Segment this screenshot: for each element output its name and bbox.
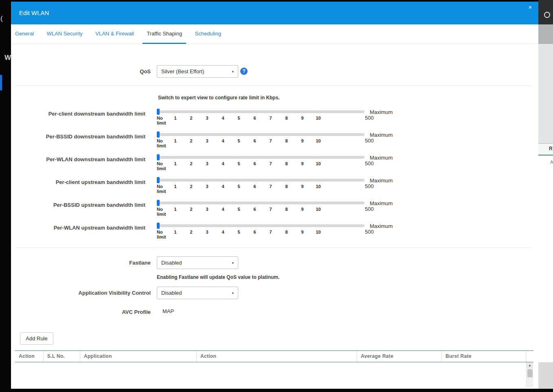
slider-tick-label: 5 <box>231 230 247 234</box>
slider-track[interactable] <box>157 156 364 159</box>
bandwidth-slider-row: Per-BSSID upstream bandwidth limit No li… <box>11 198 538 221</box>
slider-track[interactable] <box>157 110 364 113</box>
slider-max-label-line2: 500 <box>365 229 393 235</box>
qos-label: QoS <box>11 65 151 78</box>
scroll-up-icon[interactable]: ▲ <box>527 362 533 368</box>
slider-max-label: Maximum 500 <box>365 155 393 166</box>
slider-min-label: No limit <box>157 230 166 239</box>
fastlane-note: Enabling Fastlane will update QoS value … <box>157 274 279 280</box>
slider-track[interactable] <box>157 224 364 227</box>
slider-max-label-line1: Maximum <box>365 109 393 115</box>
slider-tick-label: 2 <box>183 184 199 189</box>
slider-tick-label: 3 <box>199 184 215 189</box>
slider-min-label-line1: No <box>157 207 166 212</box>
slider-tick-row: 12345678910 <box>167 161 330 168</box>
slider-tick-label: 7 <box>263 207 279 212</box>
slider-max-label-line1: Maximum <box>365 178 393 184</box>
slider-tick-label: 4 <box>215 207 231 212</box>
bandwidth-slider-row: Per-BSSID downstream bandwidth limit No … <box>11 130 538 153</box>
chevron-down-icon: ▾ <box>232 291 234 295</box>
background-table-body-strip: A <box>538 155 553 362</box>
slider-handle[interactable] <box>157 200 160 206</box>
slider-tick-label: 2 <box>183 138 199 143</box>
bandwidth-slider-row: Per-client downstream bandwidth limit No… <box>11 107 538 130</box>
tab-wlan-security[interactable]: WLAN Security <box>43 24 87 44</box>
slider-tick-label: 10 <box>310 207 326 212</box>
slider-handle[interactable] <box>157 223 160 229</box>
column-header-sl-no: S.L No. <box>44 351 80 362</box>
slider-track[interactable] <box>157 133 364 136</box>
help-icon[interactable]: ? <box>240 68 248 75</box>
avc-control-select[interactable]: Disabled ▾ <box>157 287 238 299</box>
slider-tick-label: 6 <box>247 116 263 120</box>
slider-tick-label: 1 <box>167 207 183 212</box>
background-column-partial: R <box>549 146 553 151</box>
slider-tick-label: 5 <box>231 138 247 143</box>
slider-tick-label: 4 <box>215 116 231 120</box>
slider-tick-label: 5 <box>231 207 247 212</box>
avc-selected-value: Disabled <box>161 290 182 296</box>
table-scrollbar[interactable]: ▲ <box>526 362 533 387</box>
power-icon <box>544 12 550 18</box>
tab-scheduling[interactable]: Scheduling <box>191 24 225 44</box>
slider-handle[interactable] <box>157 177 160 183</box>
slider-max-label: Maximum 500 <box>365 178 393 189</box>
slider-tick-label: 3 <box>199 207 215 212</box>
tab-general[interactable]: General <box>11 24 38 44</box>
slider-tick-label: 5 <box>231 184 247 189</box>
background-panel-strip <box>538 44 553 143</box>
slider-max-label-line1: Maximum <box>365 201 393 206</box>
slider-tick-label: 3 <box>199 138 215 143</box>
slider-max-label-line2: 500 <box>365 115 393 121</box>
slider-min-label: No limit <box>157 116 166 125</box>
slider-tick-label: 2 <box>183 161 199 166</box>
slider-tick-label: 10 <box>310 138 326 143</box>
slider-tick-label: 10 <box>310 184 326 189</box>
slider-tick-label: 3 <box>199 230 215 234</box>
slider-tick-label: 10 <box>310 230 326 234</box>
slider-handle[interactable] <box>157 154 160 160</box>
background-toolbar-strip <box>538 24 553 44</box>
slider-tick-label: 7 <box>263 116 279 120</box>
slider-min-label-line1: No <box>157 116 166 120</box>
slider-tick-label: 9 <box>294 161 310 166</box>
slider-tick-label: 5 <box>231 116 247 120</box>
qos-select[interactable]: Silver (Best Effort) ▾ <box>157 65 238 78</box>
add-rule-button[interactable]: Add Rule <box>20 332 53 345</box>
slider-tick-label: 3 <box>199 161 215 166</box>
tab-vlan-firewall[interactable]: VLAN & Firewall <box>91 24 138 44</box>
slider-label: Per-BSSID upstream bandwidth limit <box>11 202 145 208</box>
slider-min-label-line1: No <box>157 138 166 143</box>
slider-handle[interactable] <box>157 109 160 115</box>
slider-tick-label: 7 <box>263 161 279 166</box>
fastlane-select[interactable]: Disabled ▾ <box>157 256 238 269</box>
slider-track[interactable] <box>157 179 364 182</box>
slider-tick-label: 7 <box>263 138 279 143</box>
bandwidth-slider-row: Per-client upstream bandwidth limit No l… <box>11 175 538 198</box>
tab-traffic-shaping[interactable]: Traffic Shaping <box>143 24 186 44</box>
slider-min-label-line2: limit <box>157 189 166 194</box>
slider-min-label-line2: limit <box>157 234 166 239</box>
slider-tick-label: 6 <box>247 207 263 212</box>
background-heading-partial: W <box>4 54 11 62</box>
slider-tick-row: 12345678910 <box>167 138 330 145</box>
slider-tick-label: 8 <box>279 161 294 166</box>
slider-tick-label: 1 <box>167 230 183 234</box>
slider-tick-row: 12345678910 <box>167 184 330 191</box>
bandwidth-sliders-section: Per-client downstream bandwidth limit No… <box>11 107 538 244</box>
chevron-down-icon: ▾ <box>232 70 234 74</box>
slider-label: Per-client upstream bandwidth limit <box>11 179 145 185</box>
scrollbar-thumb[interactable] <box>527 369 533 377</box>
slider-tick-label: 6 <box>247 161 263 166</box>
slider-tick-row: 12345678910 <box>167 116 330 122</box>
background-footer-strip <box>538 362 553 389</box>
slider-tick-label: 4 <box>215 184 231 189</box>
bandwidth-slider-row: Per-WLAN downstream bandwidth limit No l… <box>11 153 538 175</box>
avc-control-label: Application Visibility Control <box>11 287 151 299</box>
close-icon[interactable]: × <box>526 3 534 11</box>
slider-tick-label: 7 <box>263 230 279 234</box>
slider-min-label: No limit <box>157 207 166 217</box>
slider-handle[interactable] <box>157 131 160 138</box>
slider-min-label: No limit <box>157 161 166 171</box>
slider-track[interactable] <box>157 201 364 204</box>
